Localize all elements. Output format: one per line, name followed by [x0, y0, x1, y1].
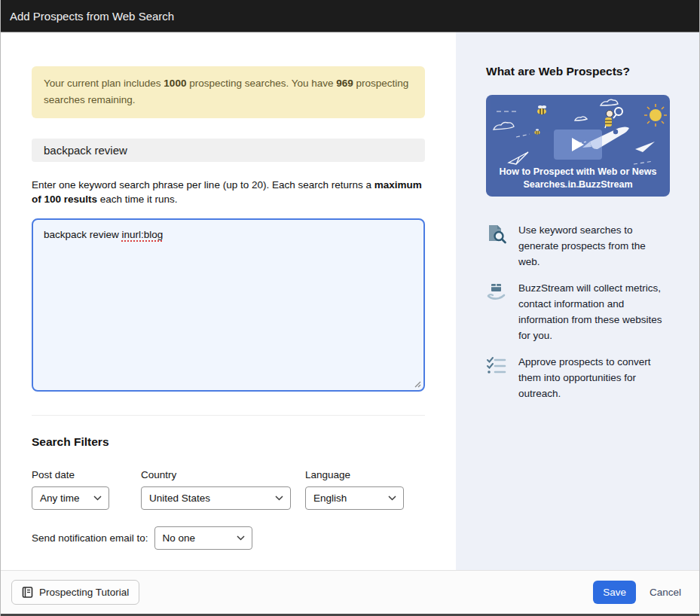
- banner-total-searches: 1000: [164, 78, 186, 89]
- dialog-title: Add Prospects from Web Search: [10, 10, 174, 23]
- sidebar-bullet: Use keyword searches to generate prospec…: [486, 222, 670, 270]
- cancel-button[interactable]: Cancel: [650, 587, 681, 598]
- notification-select[interactable]: No one: [154, 526, 252, 550]
- instructions-text: each time it runs.: [97, 194, 178, 205]
- dialog-titlebar: Add Prospects from Web Search: [1, 0, 699, 32]
- bullet-text: Use keyword searches to generate prospec…: [518, 222, 670, 270]
- notification-value: No one: [163, 532, 196, 544]
- play-button[interactable]: [554, 130, 602, 160]
- search-filters-heading: Search Filters: [32, 435, 425, 449]
- resize-handle-icon[interactable]: [413, 380, 421, 388]
- collect-box-hand-icon: [486, 282, 506, 302]
- country-label: Country: [141, 469, 291, 480]
- post-date-filter: Post date Any time: [32, 469, 109, 510]
- play-icon: [571, 137, 585, 152]
- keyword-text: backpack review: [44, 229, 122, 240]
- tutorial-video-thumbnail[interactable]: How to Prospect with Web or News Searche…: [486, 95, 670, 197]
- dialog-footer: Prospecting Tutorial Save Cancel: [1, 570, 699, 616]
- banner-text: Your current plan includes: [44, 78, 164, 89]
- video-caption-line2: Searches in BuzzStream: [486, 178, 670, 191]
- cloud-icon: [494, 99, 618, 130]
- country-value: United States: [149, 492, 210, 504]
- filter-row: Post date Any time Country United States…: [32, 469, 425, 510]
- search-name-field[interactable]: backpack review: [32, 139, 425, 162]
- bullet-text: BuzzStream will collect metrics, contact…: [518, 280, 670, 343]
- dialog-content: Your current plan includes 1000 prospect…: [1, 32, 699, 570]
- sidebar-bullet: Approve prospects to convert them into o…: [486, 354, 670, 401]
- prospecting-tutorial-button[interactable]: Prospecting Tutorial: [11, 580, 139, 605]
- instructions-text: Enter one keyword search phrase per line…: [32, 179, 374, 191]
- language-label: Language: [305, 469, 404, 480]
- banner-remaining-searches: 969: [336, 78, 353, 89]
- notification-row: Send notification email to: No one: [32, 526, 425, 550]
- save-button-label: Save: [603, 587, 626, 598]
- sidebar-bullet: BuzzStream will collect metrics, contact…: [486, 280, 670, 343]
- chevron-down-icon: [388, 496, 396, 501]
- sidebar-heading: What are Web Prospects?: [486, 65, 670, 78]
- language-value: English: [313, 492, 347, 504]
- post-date-value: Any time: [40, 492, 80, 504]
- video-caption-line1: How to Prospect with Web or News: [486, 166, 670, 178]
- language-filter: Language English: [305, 469, 404, 510]
- plan-usage-banner: Your current plan includes 1000 prospect…: [32, 66, 425, 118]
- sun-icon: [644, 104, 667, 127]
- main-panel: Your current plan includes 1000 prospect…: [1, 32, 456, 570]
- tutorial-button-label: Prospecting Tutorial: [39, 587, 129, 598]
- keyword-instructions: Enter one keyword search phrase per line…: [32, 178, 425, 208]
- chevron-down-icon: [93, 496, 102, 501]
- post-date-label: Post date: [32, 469, 109, 480]
- keywords-textarea[interactable]: backpack review inurl:blog: [32, 218, 425, 392]
- paper-plane-icon: [635, 142, 655, 152]
- language-select[interactable]: English: [305, 486, 404, 510]
- help-sidebar: What are Web Prospects?: [456, 32, 700, 570]
- paper-plane-icon: [509, 152, 528, 164]
- chevron-down-icon: [275, 496, 283, 501]
- bee-icon: [534, 129, 540, 134]
- add-prospects-dialog: Add Prospects from Web Search Your curre…: [0, 0, 700, 616]
- bullet-text: Approve prospects to convert them into o…: [518, 354, 670, 401]
- book-icon: [22, 587, 33, 598]
- video-caption: How to Prospect with Web or News Searche…: [486, 166, 670, 191]
- document-search-icon: [486, 224, 506, 244]
- section-divider: [32, 415, 425, 416]
- country-select[interactable]: United States: [141, 486, 291, 510]
- keyword-text-spellchecked: inurl:blog: [122, 229, 164, 240]
- post-date-select[interactable]: Any time: [32, 486, 109, 510]
- bee-icon: [537, 105, 546, 114]
- notification-label: Send notification email to:: [32, 532, 148, 544]
- save-button[interactable]: Save: [593, 581, 636, 604]
- chevron-down-icon: [237, 535, 245, 541]
- country-filter: Country United States: [141, 469, 291, 510]
- banner-text: prospecting searches. You have: [186, 78, 336, 89]
- checklist-icon: [486, 355, 506, 376]
